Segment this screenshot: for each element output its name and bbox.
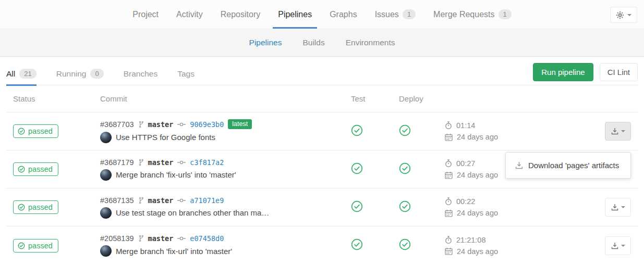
commit-sha-link[interactable]: a71071e9 [190, 196, 224, 205]
artifacts-dropdown-button[interactable] [605, 198, 631, 217]
status-badge[interactable]: passed [13, 162, 58, 176]
commit-icon [177, 198, 186, 203]
pipeline-row: passed #3687135 master a71071e9 Use test… [6, 188, 638, 226]
calendar-icon [445, 209, 453, 217]
commit-sha-link[interactable]: 9069e3b0 [190, 120, 224, 129]
pipeline-finished-ago: 24 days ago [457, 209, 498, 217]
test-stage-status-icon[interactable] [351, 238, 363, 250]
avatar [100, 207, 112, 219]
calendar-icon [445, 171, 453, 179]
timer-icon [445, 159, 452, 168]
calendar-icon [445, 133, 453, 141]
branch-icon [138, 235, 144, 242]
status-badge[interactable]: passed [13, 239, 58, 253]
commit-message-link[interactable]: Use test stage on branches other than ma… [116, 208, 269, 217]
latest-badge: latest [228, 119, 252, 129]
branch-link[interactable]: master [148, 234, 174, 243]
download-icon [611, 242, 618, 249]
branch-link[interactable]: master [148, 196, 174, 205]
run-pipeline-button[interactable]: Run pipeline [533, 63, 593, 81]
test-stage-status-icon[interactable] [351, 200, 363, 212]
ci-lint-button[interactable]: CI Lint [600, 63, 638, 81]
chevron-down-icon [621, 206, 625, 208]
commit-icon [177, 236, 186, 241]
nav-item-repository[interactable]: Repository [214, 0, 266, 29]
tab-branches[interactable]: Branches [124, 62, 157, 85]
nav-item-project[interactable]: Project [126, 0, 165, 29]
pipelines-main: All 21 Running 0 Branches Tags Run pipel… [0, 62, 644, 264]
avatar [100, 132, 112, 143]
pipeline-id-link[interactable]: #2058139 [100, 234, 134, 243]
branch-link[interactable]: master [148, 158, 174, 167]
download-artifacts-menu-item[interactable]: Download 'pages' artifacts [506, 158, 630, 173]
commit-message-link[interactable]: Merge branch 'fix-urls' into 'master' [116, 170, 236, 179]
status-badge[interactable]: passed [13, 200, 58, 214]
pipeline-duration: 00:27 [456, 159, 475, 168]
branch-link[interactable]: master [148, 120, 174, 129]
pipeline-row: passed #2058139 master e07458d0 Merge br… [6, 226, 638, 264]
deploy-stage-status-icon[interactable] [399, 124, 411, 136]
subnav-item-builds[interactable]: Builds [302, 38, 324, 47]
gear-icon [616, 11, 624, 19]
status-label: passed [28, 165, 53, 173]
commit-icon [177, 122, 186, 127]
header-status: Status [6, 94, 100, 103]
nav-item-activity[interactable]: Activity [170, 0, 209, 29]
pipelines-subnav: PipelinesBuildsEnvironments [0, 29, 644, 57]
pipeline-duration: 00:22 [456, 197, 475, 206]
count-badge: 1 [499, 9, 512, 19]
pipeline-id-link[interactable]: #3687179 [100, 158, 134, 167]
chevron-down-icon [621, 245, 625, 247]
pipeline-finished-ago: 24 days ago [457, 133, 498, 141]
count-badge: 1 [403, 9, 416, 19]
commit-message-link[interactable]: Use HTTPS for Google fonts [116, 133, 215, 142]
subnav-item-pipelines[interactable]: Pipelines [249, 38, 282, 47]
check-circle-icon [18, 204, 25, 211]
menu-item-label: Download 'pages' artifacts [528, 161, 619, 170]
branch-icon [138, 197, 144, 204]
commit-sha-link[interactable]: c3f817a2 [190, 158, 224, 167]
tab-count-badge: 21 [19, 69, 36, 79]
calendar-icon [445, 247, 453, 255]
status-label: passed [28, 127, 53, 135]
table-header-row: Status Commit Test Deploy [6, 85, 638, 112]
settings-dropdown-button[interactable] [610, 7, 637, 23]
deploy-stage-status-icon[interactable] [399, 238, 411, 250]
test-stage-status-icon[interactable] [351, 124, 363, 136]
project-navbar: Project Activity Repository Pipelines Gr… [0, 0, 644, 29]
nav-item-merge-requests[interactable]: Merge Requests 1 [427, 0, 518, 29]
pipeline-row: passed #3687703 master 9069e3b0 latest U… [6, 112, 638, 150]
status-badge[interactable]: passed [13, 124, 58, 138]
pipeline-id-link[interactable]: #3687135 [100, 196, 134, 205]
nav-item-graphs[interactable]: Graphs [323, 0, 363, 29]
table-body: passed #3687703 master 9069e3b0 latest U… [6, 112, 638, 264]
nav-item-issues[interactable]: Issues 1 [369, 0, 422, 29]
pipeline-id-link[interactable]: #3687703 [100, 120, 134, 129]
artifacts-dropdown-button[interactable] [605, 236, 631, 255]
pipeline-finished-ago: 24 days ago [457, 247, 498, 256]
nav-item-pipelines[interactable]: Pipelines [272, 0, 318, 29]
tab-all[interactable]: All 21 [6, 62, 37, 85]
tab-count-badge: 0 [90, 69, 103, 79]
test-stage-status-icon[interactable] [351, 162, 363, 174]
subnav-item-environments[interactable]: Environments [346, 38, 395, 47]
avatar [100, 245, 112, 257]
tab-tags[interactable]: Tags [177, 62, 195, 85]
download-icon [611, 204, 618, 211]
deploy-stage-status-icon[interactable] [399, 200, 411, 212]
pipelines-table: Status Commit Test Deploy passed #368770… [6, 85, 638, 264]
toolbar-buttons: Run pipeline CI Lint [533, 62, 638, 81]
commit-message-link[interactable]: Merge branch 'fix-url' into 'master' [116, 247, 232, 256]
artifacts-dropdown-button[interactable] [605, 122, 631, 141]
timer-icon [445, 236, 452, 244]
branch-icon [138, 121, 144, 128]
header-test: Test [343, 94, 399, 103]
project-nav: Project Activity Repository Pipelines Gr… [0, 0, 644, 29]
download-icon [611, 128, 618, 135]
artifacts-dropdown-menu: Download 'pages' artifacts [505, 152, 631, 179]
commit-sha-link[interactable]: e07458d0 [190, 234, 224, 243]
chevron-down-icon [621, 130, 625, 132]
deploy-stage-status-icon[interactable] [399, 162, 411, 174]
download-icon [515, 161, 523, 169]
tab-running[interactable]: Running 0 [56, 62, 104, 85]
